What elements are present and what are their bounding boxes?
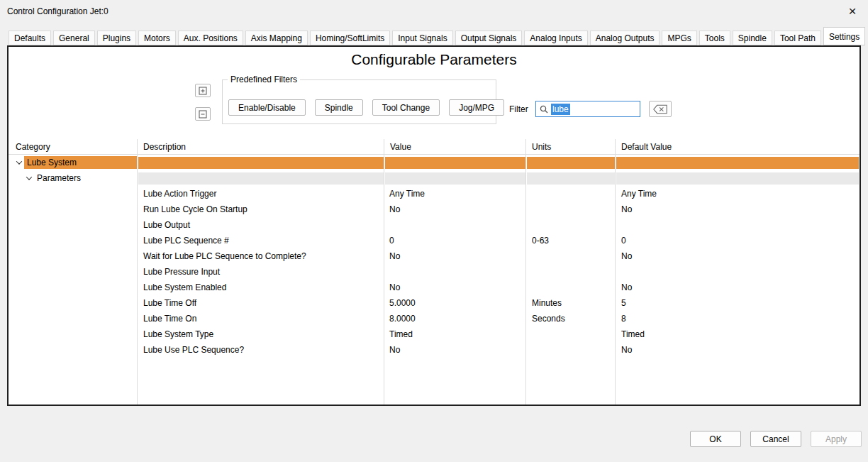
tree-row-parameters[interactable]: Parameters: [9, 170, 859, 186]
filter-input[interactable]: lube: [535, 101, 640, 117]
value-cell[interactable]: [384, 217, 526, 233]
units-cell: [526, 264, 616, 280]
table-row[interactable]: Wait for Lube PLC Sequence to Complete?N…: [9, 248, 859, 264]
tree-row-lube-system[interactable]: Lube System: [9, 155, 859, 170]
tab-motors[interactable]: Motors: [138, 31, 176, 45]
value-cell[interactable]: [384, 264, 526, 280]
chevron-down-icon[interactable]: [14, 160, 24, 165]
units-cell: [526, 217, 616, 233]
table-row[interactable]: Lube Use PLC Sequence?NoNo: [9, 342, 859, 358]
description-cell: Lube PLC Sequence #: [138, 233, 384, 248]
tab-homing-softlimits[interactable]: Homing/SoftLimits: [310, 31, 390, 45]
highlight-cell: [616, 170, 859, 186]
value-cell[interactable]: No: [384, 248, 526, 264]
ok-button[interactable]: OK: [690, 431, 741, 447]
value-cell[interactable]: 0: [384, 233, 526, 248]
category-cell: [9, 248, 138, 264]
close-icon: ×: [848, 4, 856, 19]
table-row[interactable]: Lube Pressure Input: [9, 264, 859, 280]
units-cell: Minutes: [526, 295, 616, 311]
highlight-cell: [138, 170, 384, 186]
collapse-all-button[interactable]: [195, 107, 211, 121]
filter-label: Filter: [509, 104, 528, 114]
predefined-filters-group: Predefined Filters Enable/DisableSpindle…: [222, 79, 496, 124]
category-cell: [9, 217, 138, 233]
tab-aux-positions[interactable]: Aux. Positions: [178, 31, 243, 45]
tab-analog-inputs[interactable]: Analog Inputs: [524, 31, 587, 45]
value-cell[interactable]: Any Time: [384, 186, 526, 202]
category-cell: [9, 186, 138, 202]
chevron-down-icon[interactable]: [24, 176, 34, 180]
filter-button-jog-mpg[interactable]: Jog/MPG: [449, 99, 504, 116]
default-value-cell: [616, 264, 859, 280]
expand-all-button[interactable]: [195, 84, 211, 97]
units-cell: [526, 202, 616, 217]
category-cell: [9, 342, 138, 358]
column-header-description: Description: [138, 142, 384, 152]
units-cell: [526, 326, 616, 342]
highlight-bar: [616, 172, 859, 185]
cancel-button[interactable]: Cancel: [750, 431, 801, 447]
tab-spindle[interactable]: Spindle: [733, 31, 772, 45]
column-header-default-value: Default Value: [616, 142, 859, 152]
default-value-cell: No: [616, 342, 859, 358]
tab-mpgs[interactable]: MPGs: [662, 31, 696, 45]
column-header-units: Units: [526, 142, 616, 152]
table-row[interactable]: Lube Time Off5.0000Minutes5: [9, 295, 859, 311]
tab-analog-outputs[interactable]: Analog Outputs: [590, 31, 660, 45]
highlight-bar: [138, 157, 384, 169]
tab-bar: DefaultsGeneralPluginsMotorsAux. Positio…: [9, 27, 865, 45]
default-value-cell: 5: [616, 295, 859, 311]
minus-box-icon: [199, 110, 207, 119]
value-cell[interactable]: Timed: [384, 326, 526, 342]
tab-tool-path[interactable]: Tool Path: [774, 31, 821, 45]
highlight-bar: [616, 157, 859, 169]
category-cell: Parameters: [9, 170, 138, 186]
table-row[interactable]: Lube Time On8.0000Seconds8: [9, 311, 859, 326]
table-row[interactable]: Lube Output: [9, 217, 859, 233]
units-cell: [526, 186, 616, 202]
table-header: CategoryDescriptionValueUnitsDefault Val…: [9, 139, 859, 155]
tab-axis-mapping[interactable]: Axis Mapping: [245, 31, 308, 45]
value-cell[interactable]: No: [384, 280, 526, 295]
tab-plugins[interactable]: Plugins: [97, 31, 136, 45]
table-row[interactable]: Lube System EnabledNoNo: [9, 280, 859, 295]
table-row[interactable]: Lube PLC Sequence #00-630: [9, 233, 859, 248]
value-cell[interactable]: No: [384, 342, 526, 358]
tab-output-signals[interactable]: Output Signals: [455, 31, 523, 45]
tab-settings[interactable]: Settings: [823, 27, 865, 45]
tab-defaults[interactable]: Defaults: [9, 31, 51, 45]
filter-button-enable-disable[interactable]: Enable/Disable: [228, 99, 306, 116]
default-value-cell: [616, 217, 859, 233]
window-title: Control Configuration Jet:0: [7, 6, 108, 16]
filter-button-tool-change[interactable]: Tool Change: [372, 99, 440, 116]
description-cell: Lube Pressure Input: [138, 264, 384, 280]
column-header-value: Value: [384, 142, 526, 152]
description-cell: Lube Use PLC Sequence?: [138, 342, 384, 358]
description-cell: Lube System Enabled: [138, 280, 384, 295]
highlight-bar: [527, 157, 615, 169]
tab-general[interactable]: General: [53, 31, 95, 45]
table-row[interactable]: Lube Action TriggerAny TimeAny Time: [9, 186, 859, 202]
table-row[interactable]: Run Lube Cycle On StartupNoNo: [9, 202, 859, 217]
backspace-icon: [652, 104, 668, 114]
predefined-filter-buttons: Enable/DisableSpindleTool ChangeJog/MPG: [228, 99, 504, 116]
description-cell: Lube Time On: [138, 311, 384, 326]
units-cell: [526, 280, 616, 295]
value-cell[interactable]: No: [384, 202, 526, 217]
clear-filter-button[interactable]: [649, 101, 672, 117]
filter-button-spindle[interactable]: Spindle: [315, 99, 363, 116]
page-title: Configurable Parameters: [9, 51, 859, 68]
predefined-filters-label: Predefined Filters: [228, 75, 300, 84]
tab-input-signals[interactable]: Input Signals: [392, 31, 452, 45]
category-cell: [9, 264, 138, 280]
default-value-cell: 0: [616, 233, 859, 248]
apply-button[interactable]: Apply: [811, 431, 862, 447]
tab-tools[interactable]: Tools: [699, 31, 730, 45]
value-cell[interactable]: 5.0000: [384, 295, 526, 311]
table-row[interactable]: Lube System TypeTimedTimed: [9, 326, 859, 342]
highlight-cell: [526, 155, 616, 170]
plus-box-icon: [199, 87, 207, 95]
value-cell[interactable]: 8.0000: [384, 311, 526, 326]
close-button[interactable]: ×: [842, 2, 862, 21]
